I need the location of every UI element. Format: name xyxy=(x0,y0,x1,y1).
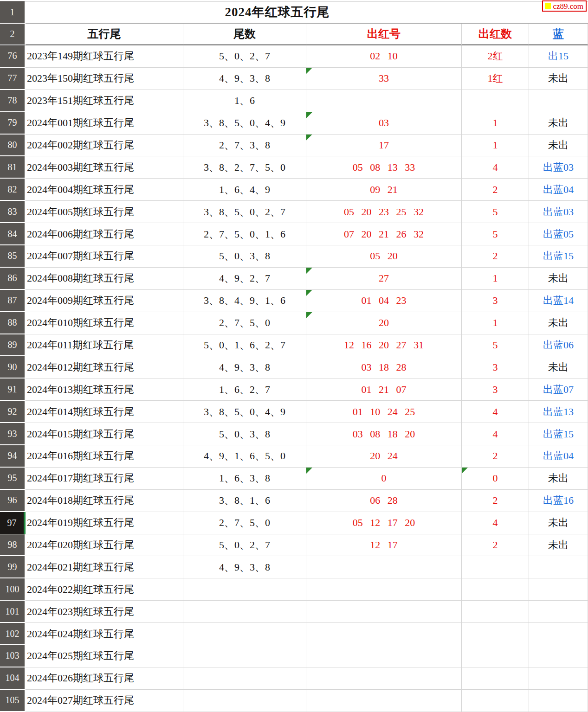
cell-red-count[interactable]: 4 xyxy=(462,512,529,534)
cell-reds[interactable]: 03 08 18 20 xyxy=(306,423,462,445)
row-header[interactable]: 80 xyxy=(0,135,26,157)
cell-period-name[interactable]: 2024年021期红球五行尾 xyxy=(26,556,183,578)
cell-period-name[interactable]: 2024年022期红球五行尾 xyxy=(26,578,183,601)
row-header[interactable]: 99 xyxy=(0,556,26,578)
cell-reds[interactable]: 06 28 xyxy=(306,490,462,512)
cell-tails[interactable]: 5、0、3、8 xyxy=(183,245,306,268)
cell-reds[interactable] xyxy=(306,601,462,623)
column-header-wuxingwei[interactable]: 五行尾 xyxy=(26,24,183,45)
row-header[interactable]: 97 xyxy=(0,512,26,534)
cell-red-count[interactable] xyxy=(462,623,529,645)
sheet-title-cell[interactable]: 2024年红球五行尾 xyxy=(26,1,529,24)
cell-period-name[interactable]: 2024年020期红球五行尾 xyxy=(26,534,183,557)
cell-blue[interactable]: 未出 xyxy=(529,112,588,135)
cell-period-name[interactable]: 2024年024期红球五行尾 xyxy=(26,623,183,645)
cell-red-count[interactable]: 3 xyxy=(462,290,529,312)
row-header[interactable]: 82 xyxy=(0,179,26,201)
cell-red-count[interactable]: 2 xyxy=(462,445,529,468)
cell-period-name[interactable]: 2024年002期红球五行尾 xyxy=(26,135,183,157)
cell-blue[interactable] xyxy=(529,667,588,690)
cell-blue[interactable]: 出蓝07 xyxy=(529,378,588,401)
cell-tails[interactable]: 3、8、1、6 xyxy=(183,490,306,512)
cell-red-count[interactable]: 2 xyxy=(462,534,529,557)
cell-blue[interactable] xyxy=(529,556,588,578)
cell-red-count[interactable]: 5 xyxy=(462,334,529,357)
cell-red-count[interactable]: 1 xyxy=(462,112,529,135)
cell-tails[interactable]: 2、7、3、8 xyxy=(183,135,306,157)
cell-tails[interactable]: 3、8、2、7、5、0 xyxy=(183,156,306,179)
cell-period-name[interactable]: 2024年025期红球五行尾 xyxy=(26,645,183,667)
row-header[interactable]: 93 xyxy=(0,423,26,445)
cell-reds[interactable]: 02 10 xyxy=(306,45,462,68)
cell-tails[interactable]: 4、9、2、7 xyxy=(183,268,306,290)
cell-blue[interactable]: 出蓝03 xyxy=(529,156,588,179)
cell-red-count[interactable]: 0 xyxy=(462,468,529,490)
cell-red-count[interactable]: 4 xyxy=(462,401,529,423)
cell-period-name[interactable]: 2024年026期红球五行尾 xyxy=(26,667,183,690)
cell-reds[interactable]: 05 20 23 25 32 xyxy=(306,201,462,223)
row-header-2[interactable]: 2 xyxy=(0,24,26,45)
cell-red-count[interactable]: 1红 xyxy=(462,68,529,90)
cell-tails[interactable]: 3、8、5、0、4、9 xyxy=(183,401,306,423)
cell-blue[interactable]: 未出 xyxy=(529,356,588,378)
cell-period-name[interactable]: 2024年009期红球五行尾 xyxy=(26,290,183,312)
cell-tails[interactable] xyxy=(183,601,306,623)
cell-tails[interactable]: 4、9、3、8 xyxy=(183,356,306,378)
row-header[interactable]: 81 xyxy=(0,156,26,179)
cell-blue[interactable]: 未出 xyxy=(529,512,588,534)
cell-tails[interactable]: 5、0、3、8 xyxy=(183,423,306,445)
cell-period-name[interactable]: 2024年007期红球五行尾 xyxy=(26,245,183,268)
cell-reds[interactable]: 0 xyxy=(306,468,462,490)
cell-reds[interactable]: 12 16 20 27 31 xyxy=(306,334,462,357)
cell-tails[interactable] xyxy=(183,578,306,601)
cell-red-count[interactable]: 4 xyxy=(462,423,529,445)
cell-period-name[interactable]: 2024年027期红球五行尾 xyxy=(26,690,183,712)
cell-red-count[interactable]: 2 xyxy=(462,179,529,201)
cell-reds[interactable]: 03 xyxy=(306,112,462,135)
cell-reds[interactable]: 12 17 xyxy=(306,534,462,557)
cell-blue[interactable] xyxy=(529,645,588,667)
cell-tails[interactable]: 2、7、5、0、1、6 xyxy=(183,223,306,245)
row-header[interactable]: 105 xyxy=(0,690,26,712)
cell-reds[interactable] xyxy=(306,645,462,667)
cell-reds[interactable] xyxy=(306,90,462,112)
cell-reds[interactable]: 33 xyxy=(306,68,462,90)
cell-red-count[interactable]: 2 xyxy=(462,490,529,512)
cell-blue[interactable]: 出蓝15 xyxy=(529,423,588,445)
cell-red-count[interactable]: 3 xyxy=(462,356,529,378)
cell-tails[interactable]: 4、9、3、8 xyxy=(183,68,306,90)
cell-tails[interactable] xyxy=(183,645,306,667)
cell-tails[interactable]: 3、8、4、9、1、6 xyxy=(183,290,306,312)
cell-red-count[interactable]: 1 xyxy=(462,312,529,334)
row-header[interactable]: 101 xyxy=(0,601,26,623)
cell-tails[interactable]: 1、6 xyxy=(183,90,306,112)
cell-tails[interactable]: 2、7、5、0 xyxy=(183,312,306,334)
row-header[interactable]: 88 xyxy=(0,312,26,334)
cell-period-name[interactable]: 2024年001期红球五行尾 xyxy=(26,112,183,135)
cell-red-count[interactable]: 5 xyxy=(462,223,529,245)
cell-blue[interactable] xyxy=(529,623,588,645)
cell-period-name[interactable]: 2023年150期红球五行尾 xyxy=(26,68,183,90)
cell-red-count[interactable] xyxy=(462,578,529,601)
cell-period-name[interactable]: 2024年017期红球五行尾 xyxy=(26,468,183,490)
row-header[interactable]: 77 xyxy=(0,68,26,90)
cell-blue[interactable]: 出蓝05 xyxy=(529,223,588,245)
column-header-chuhongshu[interactable]: 出红数 xyxy=(462,24,529,45)
column-header-weishu[interactable]: 尾数 xyxy=(183,24,306,45)
cell-tails[interactable] xyxy=(183,623,306,645)
cell-blue[interactable]: 出蓝13 xyxy=(529,401,588,423)
cell-blue[interactable]: 未出 xyxy=(529,312,588,334)
cell-red-count[interactable] xyxy=(462,601,529,623)
cell-period-name[interactable]: 2024年011期红球五行尾 xyxy=(26,334,183,357)
cell-period-name[interactable]: 2024年023期红球五行尾 xyxy=(26,601,183,623)
row-header[interactable]: 96 xyxy=(0,490,26,512)
row-header[interactable]: 102 xyxy=(0,623,26,645)
cell-period-name[interactable]: 2024年018期红球五行尾 xyxy=(26,490,183,512)
row-header[interactable]: 78 xyxy=(0,90,26,112)
cell-blue[interactable]: 出蓝04 xyxy=(529,179,588,201)
column-header-chuhonghao[interactable]: 出红号 xyxy=(306,24,462,45)
cell-period-name[interactable]: 2024年006期红球五行尾 xyxy=(26,223,183,245)
cell-blue[interactable] xyxy=(529,601,588,623)
cell-blue[interactable]: 未出 xyxy=(529,268,588,290)
row-header[interactable]: 87 xyxy=(0,290,26,312)
